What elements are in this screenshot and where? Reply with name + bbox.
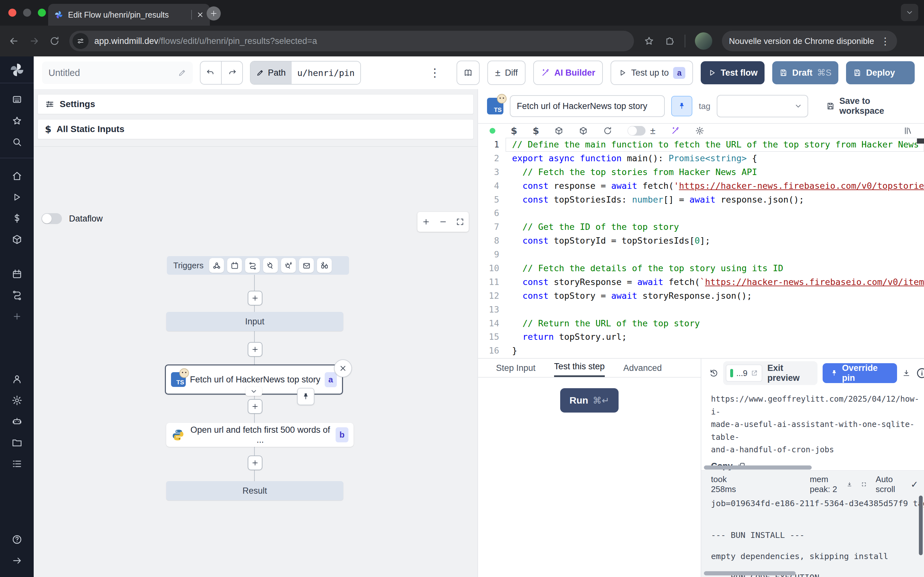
chrome-menu-icon[interactable]: ⋮ <box>880 35 890 47</box>
step-node-b[interactable]: Open url and fetch first 500 words of ..… <box>166 423 354 447</box>
save-to-workspace-button[interactable]: Save to workspace <box>826 96 915 116</box>
expand-logs-icon[interactable] <box>861 480 867 488</box>
tab-step-input[interactable]: Step Input <box>496 363 535 377</box>
flow-settings-row[interactable]: Settings <box>37 94 473 114</box>
ai-builder-button[interactable]: AI Builder <box>533 61 603 85</box>
flow-graph[interactable]: Dataflow Triggers Input <box>34 146 477 577</box>
sidebar-item-runs[interactable] <box>0 187 34 208</box>
editor-scrollbar[interactable] <box>917 139 924 143</box>
run-button[interactable]: Run ⌘↵ <box>560 388 619 413</box>
websocket-trigger-button[interactable] <box>263 258 278 273</box>
sidebar-item-help[interactable] <box>0 529 34 550</box>
window-controls[interactable] <box>8 9 46 17</box>
http-route-trigger-button[interactable] <box>245 258 260 273</box>
result-output[interactable]: https://www.geoffreylitt.com/2025/04/12/… <box>701 384 924 456</box>
sidebar-item-search[interactable] <box>0 131 34 153</box>
schedule-trigger-button[interactable] <box>227 258 242 273</box>
url-text[interactable]: app.windmill.dev/flows/edit/u/henri/pin_… <box>94 36 317 46</box>
override-pin-button[interactable]: Override pin <box>822 363 897 383</box>
scheduled-poll-trigger-button[interactable] <box>317 258 332 273</box>
step-name-input[interactable] <box>510 95 665 117</box>
extensions-icon[interactable] <box>664 35 675 47</box>
webhook-trigger-button[interactable] <box>209 258 224 273</box>
variables-button[interactable]: $ <box>511 125 517 136</box>
result-node[interactable]: Result <box>166 481 343 500</box>
new-tab-button[interactable] <box>207 6 221 21</box>
dataflow-toggle[interactable] <box>41 213 62 224</box>
sidebar-item-settings[interactable] <box>0 390 34 411</box>
insert-step-button[interactable] <box>248 399 262 414</box>
sidebar-item-audit-logs[interactable] <box>0 453 34 474</box>
sidebar-item-workers[interactable] <box>0 411 34 432</box>
sidebar-item-add[interactable] <box>0 306 34 327</box>
input-node[interactable]: Input <box>166 312 343 331</box>
browser-tab[interactable]: Edit Flow u/henri/pin_results <box>48 4 210 26</box>
site-settings-icon[interactable] <box>73 33 89 49</box>
insert-step-button[interactable] <box>248 342 262 357</box>
collapse-step-button[interactable] <box>246 387 262 396</box>
reload-icon[interactable] <box>49 36 60 46</box>
history-icon[interactable] <box>709 368 718 378</box>
minimize-window-button[interactable] <box>23 9 31 17</box>
log-vertical-scrollbar[interactable] <box>919 496 923 555</box>
forward-icon[interactable] <box>29 35 40 47</box>
insert-step-button[interactable] <box>248 456 262 470</box>
zoom-window-button[interactable] <box>38 9 46 17</box>
download-logs-icon[interactable] <box>846 480 852 488</box>
sidebar-item-users[interactable] <box>0 369 34 390</box>
download-icon[interactable] <box>902 369 911 378</box>
diff-mode-toggle[interactable] <box>628 126 646 135</box>
sidebar-item-triggers[interactable] <box>0 285 34 306</box>
tag-select[interactable] <box>717 95 808 117</box>
reload-icon[interactable] <box>603 126 612 135</box>
deploy-button[interactable]: Deploy <box>846 61 915 84</box>
tab-close-icon[interactable] <box>196 11 204 19</box>
kafka-trigger-button[interactable] <box>281 258 296 273</box>
resources-button[interactable]: $ <box>533 125 539 136</box>
sidebar-item-folders[interactable] <box>0 432 34 453</box>
back-icon[interactable] <box>8 35 19 47</box>
windmill-logo[interactable] <box>9 61 25 78</box>
test-flow-button[interactable]: Test flow <box>701 61 764 84</box>
profile-avatar[interactable] <box>695 32 712 50</box>
undo-button[interactable] <box>200 61 222 84</box>
sidebar-item-apps[interactable] <box>0 89 34 110</box>
more-options-icon[interactable]: ⋮ <box>429 66 441 79</box>
pin-toggle-button[interactable] <box>671 96 692 116</box>
exit-preview-button[interactable]: Exit preview <box>767 363 812 383</box>
package-icon[interactable] <box>579 126 588 135</box>
tab-test-this-step[interactable]: Test this step <box>554 362 605 377</box>
test-up-to-button[interactable]: Test up to a <box>611 61 693 85</box>
external-link-icon[interactable] <box>751 370 758 377</box>
bookmark-star-icon[interactable] <box>644 35 654 47</box>
remove-step-button[interactable] <box>334 359 352 377</box>
sidebar-item-variables[interactable] <box>0 208 34 229</box>
path-chip[interactable]: Path u/henri/pin <box>250 61 361 85</box>
redo-button[interactable] <box>222 61 242 84</box>
log-horizontal-scrollbar[interactable] <box>704 571 796 575</box>
tab-search-button[interactable] <box>901 4 918 21</box>
library-icon[interactable] <box>903 126 913 135</box>
path-label-segment[interactable]: Path <box>250 61 292 84</box>
sidebar-item-schedules[interactable] <box>0 263 34 285</box>
draft-button[interactable]: Draft ⌘S <box>772 61 838 84</box>
address-bar[interactable]: app.windmill.dev/flows/edit/u/henri/pin_… <box>69 31 634 51</box>
docs-button[interactable] <box>457 61 480 85</box>
sidebar-item-favorites[interactable] <box>0 110 34 131</box>
email-trigger-button[interactable] <box>299 258 314 273</box>
horizontal-scrollbar[interactable] <box>704 466 812 470</box>
log-lines[interactable]: job=019634fd-e186-211f-5364-d3e4385d57f9… <box>701 494 924 577</box>
edit-pencil-icon[interactable] <box>178 69 186 77</box>
tab-advanced[interactable]: Advanced <box>624 363 662 377</box>
info-icon[interactable] <box>916 367 924 380</box>
chrome-update-button[interactable]: Nouvelle version de Chrome disponible ⋮ <box>722 31 897 51</box>
path-value[interactable]: u/henri/pin <box>292 61 360 84</box>
close-window-button[interactable] <box>8 9 16 17</box>
insert-step-button[interactable] <box>248 291 262 306</box>
sidebar-expand[interactable] <box>0 550 34 571</box>
diff-button[interactable]: ± Diff <box>487 61 525 85</box>
flow-title-box[interactable]: Untitled <box>42 61 193 84</box>
code-editor[interactable]: 1// Define the main function to fetch th… <box>478 138 924 358</box>
auto-scroll-checkmark[interactable]: ✓ <box>911 479 918 490</box>
ai-assist-wand-icon[interactable] <box>671 126 680 135</box>
